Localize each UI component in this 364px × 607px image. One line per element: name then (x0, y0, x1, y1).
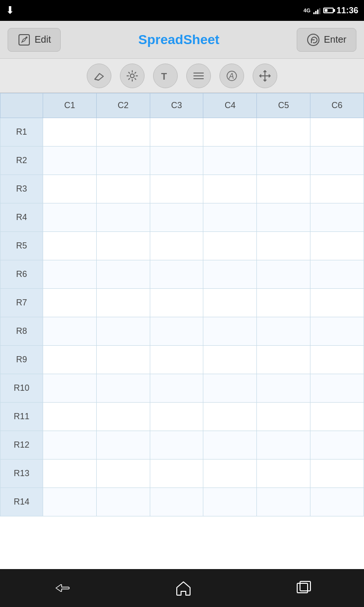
row-header-r5[interactable]: R5 (0, 232, 43, 260)
cell-r2-c6[interactable] (310, 147, 364, 175)
cell-r9-c3[interactable] (150, 346, 203, 374)
cell-r4-c2[interactable] (96, 203, 150, 232)
cell-r12-c3[interactable] (150, 431, 203, 460)
cell-r4-c1[interactable] (43, 203, 97, 232)
row-header-r10[interactable]: R10 (0, 374, 43, 403)
cell-r4-c6[interactable] (310, 203, 364, 232)
cell-r14-c2[interactable] (96, 488, 150, 516)
home-button[interactable] (169, 574, 198, 602)
eraser-tool-button[interactable] (87, 64, 111, 88)
cell-r12-c1[interactable] (43, 431, 97, 460)
cell-r11-c5[interactable] (257, 403, 310, 431)
row-header-r9[interactable]: R9 (0, 346, 43, 374)
align-tool-button[interactable] (186, 64, 211, 88)
col-header-c2[interactable]: C2 (96, 93, 150, 118)
cell-r2-c1[interactable] (43, 147, 97, 175)
cell-r5-c3[interactable] (150, 232, 203, 260)
cell-r11-c2[interactable] (96, 403, 150, 431)
cell-r9-c6[interactable] (310, 346, 364, 374)
cell-r1-c5[interactable] (257, 118, 310, 147)
cell-r14-c6[interactable] (310, 488, 364, 516)
cell-r3-c6[interactable] (310, 175, 364, 203)
cell-r1-c4[interactable] (203, 118, 257, 147)
row-header-r7[interactable]: R7 (0, 289, 43, 317)
col-header-c4[interactable]: C4 (203, 93, 257, 118)
cell-r2-c3[interactable] (150, 147, 203, 175)
cell-r3-c1[interactable] (43, 175, 97, 203)
cell-r8-c6[interactable] (310, 317, 364, 346)
cell-r2-c4[interactable] (203, 147, 257, 175)
cell-r1-c6[interactable] (310, 118, 364, 147)
cell-r8-c5[interactable] (257, 317, 310, 346)
cell-r13-c5[interactable] (257, 460, 310, 488)
cell-r14-c5[interactable] (257, 488, 310, 516)
cell-r7-c1[interactable] (43, 289, 97, 317)
cell-r9-c1[interactable] (43, 346, 97, 374)
cell-r6-c5[interactable] (257, 260, 310, 289)
cell-r12-c4[interactable] (203, 431, 257, 460)
col-header-c1[interactable]: C1 (43, 93, 97, 118)
cell-r9-c5[interactable] (257, 346, 310, 374)
cell-r13-c3[interactable] (150, 460, 203, 488)
cell-r4-c4[interactable] (203, 203, 257, 232)
row-header-r11[interactable]: R11 (0, 403, 43, 431)
cell-r14-c4[interactable] (203, 488, 257, 516)
enter-button[interactable]: Enter (297, 28, 356, 52)
cell-r10-c2[interactable] (96, 374, 150, 403)
cell-r10-c6[interactable] (310, 374, 364, 403)
settings-tool-button[interactable] (120, 64, 145, 88)
row-header-r12[interactable]: R12 (0, 431, 43, 460)
cell-r13-c2[interactable] (96, 460, 150, 488)
cell-r9-c2[interactable] (96, 346, 150, 374)
cell-r10-c4[interactable] (203, 374, 257, 403)
edit-button[interactable]: Edit (8, 28, 61, 52)
cell-r13-c1[interactable] (43, 460, 97, 488)
row-header-r8[interactable]: R8 (0, 317, 43, 346)
row-header-r6[interactable]: R6 (0, 260, 43, 289)
cell-r2-c5[interactable] (257, 147, 310, 175)
row-header-r14[interactable]: R14 (0, 488, 43, 516)
cell-r4-c5[interactable] (257, 203, 310, 232)
cell-r11-c6[interactable] (310, 403, 364, 431)
cell-r3-c2[interactable] (96, 175, 150, 203)
cell-r7-c6[interactable] (310, 289, 364, 317)
row-header-r2[interactable]: R2 (0, 147, 43, 175)
cell-r11-c4[interactable] (203, 403, 257, 431)
cell-r5-c6[interactable] (310, 232, 364, 260)
cell-r14-c1[interactable] (43, 488, 97, 516)
cell-r5-c2[interactable] (96, 232, 150, 260)
cell-r1-c3[interactable] (150, 118, 203, 147)
col-header-c6[interactable]: C6 (310, 93, 364, 118)
cell-r6-c2[interactable] (96, 260, 150, 289)
cell-r8-c3[interactable] (150, 317, 203, 346)
col-header-c3[interactable]: C3 (150, 93, 203, 118)
cell-r9-c4[interactable] (203, 346, 257, 374)
cell-r12-c5[interactable] (257, 431, 310, 460)
cell-r3-c5[interactable] (257, 175, 310, 203)
cell-r6-c6[interactable] (310, 260, 364, 289)
cell-r5-c4[interactable] (203, 232, 257, 260)
row-header-r3[interactable]: R3 (0, 175, 43, 203)
cell-r6-c1[interactable] (43, 260, 97, 289)
cell-r13-c4[interactable] (203, 460, 257, 488)
cell-r5-c5[interactable] (257, 232, 310, 260)
cell-r6-c4[interactable] (203, 260, 257, 289)
cell-r2-c2[interactable] (96, 147, 150, 175)
cell-r3-c3[interactable] (150, 175, 203, 203)
cell-r1-c1[interactable] (43, 118, 97, 147)
cell-r1-c2[interactable] (96, 118, 150, 147)
move-tool-button[interactable] (253, 64, 277, 88)
cell-r13-c6[interactable] (310, 460, 364, 488)
cell-r10-c1[interactable] (43, 374, 97, 403)
row-header-r4[interactable]: R4 (0, 203, 43, 232)
cell-r12-c2[interactable] (96, 431, 150, 460)
text-tool-button[interactable]: T (153, 64, 178, 88)
cell-r11-c1[interactable] (43, 403, 97, 431)
cell-r7-c4[interactable] (203, 289, 257, 317)
cell-r7-c5[interactable] (257, 289, 310, 317)
recents-button[interactable] (290, 575, 318, 601)
cell-r8-c1[interactable] (43, 317, 97, 346)
row-header-r1[interactable]: R1 (0, 118, 43, 147)
cell-r10-c3[interactable] (150, 374, 203, 403)
cell-r6-c3[interactable] (150, 260, 203, 289)
